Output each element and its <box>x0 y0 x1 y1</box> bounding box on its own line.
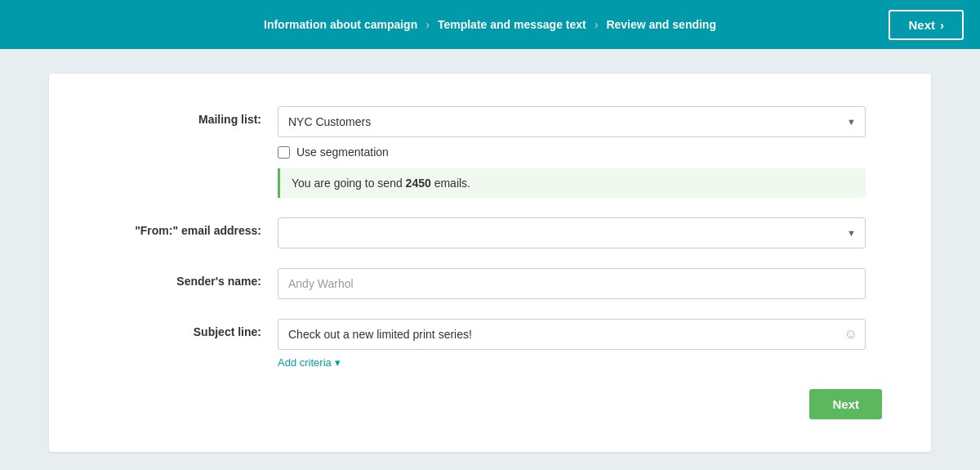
segmentation-label: Use segmentation <box>296 145 389 159</box>
info-suffix: emails. <box>431 177 470 190</box>
mailing-list-select-wrapper: NYC Customers All Customers VIP Customer… <box>278 106 866 137</box>
breadcrumb-sep-1: › <box>425 18 430 31</box>
sender-name-label: Sender's name: <box>98 268 278 288</box>
info-count: 2450 <box>406 177 431 190</box>
subject-line-input[interactable] <box>278 319 866 350</box>
subject-line-label: Subject line: <box>98 319 278 338</box>
subject-line-row: Subject line: ☺ Add criteria ▾ <box>98 319 882 369</box>
from-email-row: "From:" email address: <box>98 217 882 248</box>
info-prefix: You are going to send <box>292 177 406 190</box>
bottom-row: Next <box>98 389 882 419</box>
add-criteria-label: Add criteria <box>278 356 332 369</box>
header-next-arrow-icon: › <box>940 18 944 32</box>
breadcrumb: Information about campaign › Template an… <box>264 18 716 31</box>
from-email-select-wrapper <box>278 217 866 248</box>
sender-name-input[interactable] <box>278 268 866 299</box>
breadcrumb-step-2: Template and message text <box>438 18 586 31</box>
segmentation-row: Use segmentation <box>278 145 866 159</box>
form-card: Mailing list: NYC Customers All Customer… <box>49 74 931 452</box>
mailing-list-select[interactable]: NYC Customers All Customers VIP Customer… <box>278 106 866 137</box>
add-criteria-arrow-icon: ▾ <box>335 356 341 369</box>
from-email-label: "From:" email address: <box>98 217 278 237</box>
segmentation-checkbox[interactable] <box>278 146 290 159</box>
add-criteria-link[interactable]: Add criteria ▾ <box>278 356 341 369</box>
header-next-button[interactable]: Next › <box>889 10 964 40</box>
mailing-list-row: Mailing list: NYC Customers All Customer… <box>98 106 882 198</box>
breadcrumb-step-1: Information about campaign <box>264 18 417 31</box>
emoji-button[interactable]: ☺ <box>844 327 858 342</box>
main-content: Mailing list: NYC Customers All Customer… <box>0 49 980 470</box>
breadcrumb-step-3: Review and sending <box>606 18 716 31</box>
mailing-list-label: Mailing list: <box>98 106 278 126</box>
from-email-controls <box>278 217 866 248</box>
sender-name-row: Sender's name: <box>98 268 882 299</box>
sender-name-controls <box>278 268 866 299</box>
subject-line-wrapper: ☺ <box>278 319 866 350</box>
header: Information about campaign › Template an… <box>0 0 980 49</box>
from-email-select[interactable] <box>278 217 866 248</box>
subject-line-controls: ☺ Add criteria ▾ <box>278 319 866 369</box>
breadcrumb-sep-2: › <box>595 18 599 31</box>
header-next-label: Next <box>908 18 935 32</box>
bottom-next-button[interactable]: Next <box>809 389 882 419</box>
info-box: You are going to send 2450 emails. <box>278 168 866 198</box>
mailing-list-controls: NYC Customers All Customers VIP Customer… <box>278 106 866 198</box>
